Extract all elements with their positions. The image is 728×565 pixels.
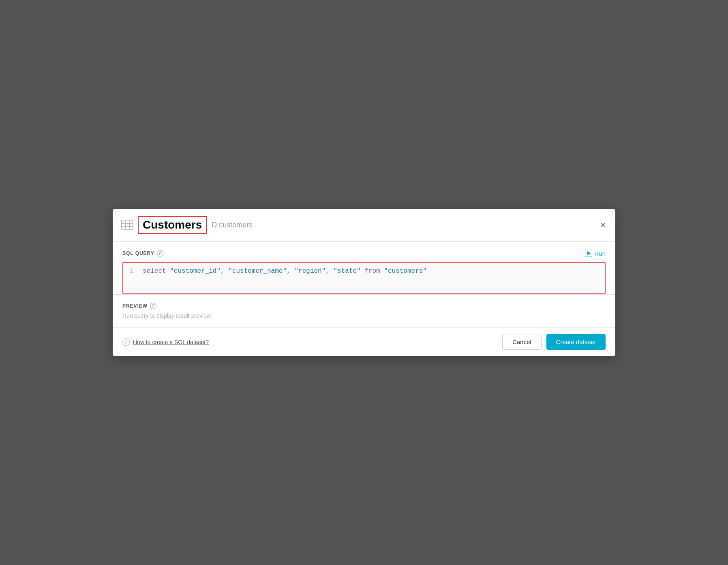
header-subtitle: D:customers [212,221,253,229]
select-keyword: select [143,268,166,275]
title-highlight-box: Customers [138,216,207,234]
sql-section: SQL QUERY ? Run 1 select "customer_id", … [113,242,615,294]
sql-help-icon[interactable]: ? [157,250,163,257]
how-to-link[interactable]: How to create a SQL dataset? [133,339,209,345]
page-title: Customers [143,218,202,231]
table-icon [121,218,134,231]
query-editor[interactable]: 1 select "customer_id", "customer_name",… [122,262,606,294]
modal-dialog: Customers D:customers × SQL QUERY ? Run … [113,209,615,356]
svg-rect-0 [122,220,133,230]
modal-header: Customers D:customers × [113,209,615,242]
cancel-button[interactable]: Cancel [502,334,542,350]
run-play-icon [585,250,592,257]
query-fields: "customer_id", "customer_name", "region"… [170,268,360,275]
query-code: select "customer_id", "customer_name", "… [143,268,427,275]
preview-section: PREVIEW ? Run query to display result pr… [113,294,615,327]
query-line-1: 1 select "customer_id", "customer_name",… [130,268,598,275]
line-number: 1 [130,268,136,274]
sql-label-row: SQL QUERY ? Run [122,250,606,257]
run-button[interactable]: Run [585,250,606,257]
preview-help-icon[interactable]: ? [150,303,156,309]
create-dataset-button[interactable]: Create dataset [546,334,606,350]
footer-left: ? How to create a SQL dataset? [122,338,209,346]
preview-placeholder: Run query to display result preview. [122,312,606,319]
modal-footer: ? How to create a SQL dataset? Cancel Cr… [113,327,615,356]
sql-query-label: SQL QUERY ? [122,250,163,257]
query-table: "customers" [384,268,427,275]
close-button[interactable]: × [600,220,606,229]
footer-right: Cancel Create dataset [502,334,606,350]
preview-label: PREVIEW ? [122,303,606,309]
footer-help-icon[interactable]: ? [122,338,130,346]
from-keyword: from [364,268,380,275]
